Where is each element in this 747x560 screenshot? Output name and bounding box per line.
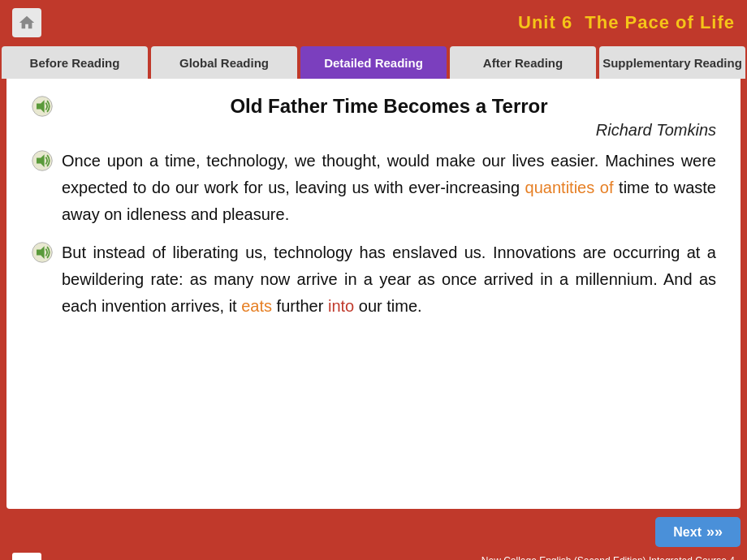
next-arrow-icon: »»: [706, 523, 723, 541]
paragraph-2-row: But instead of liberating us, technology…: [31, 239, 716, 320]
paragraph-1-row: Once upon a time, technology, we thought…: [31, 148, 716, 228]
article-author: Richard Tomkins: [31, 121, 716, 140]
footer-left: W 上海外语教育出版社: [12, 553, 143, 561]
article-title-row: Old Father Time Becomes a Terror: [31, 95, 716, 118]
para2-highlight-into: into: [328, 297, 354, 315]
top-bar: Unit 6 The Pace of Life: [0, 0, 747, 45]
tab-supplementary-reading[interactable]: Supplementary Reading: [599, 46, 745, 79]
unit-number: Unit 6: [518, 12, 572, 32]
footer-right: New College English (Second Edition) Int…: [481, 555, 735, 560]
title-speaker-icon[interactable]: [31, 95, 54, 118]
para1-speaker-icon[interactable]: [31, 149, 54, 172]
footer: W 上海外语教育出版社 New College English (Second …: [0, 549, 747, 560]
tab-before-reading[interactable]: Before Reading: [2, 46, 148, 79]
para2-speaker-icon[interactable]: [31, 241, 54, 264]
para2-highlight-eats: eats: [241, 297, 272, 315]
para2-text-middle: further: [272, 297, 328, 315]
bottom-row: Next »»: [6, 517, 741, 547]
tab-after-reading[interactable]: After Reading: [450, 46, 596, 79]
footer-logo: W: [12, 553, 41, 561]
article-title: Old Father Time Becomes a Terror: [62, 95, 716, 118]
para2-text-end: our time.: [354, 297, 421, 315]
para1-highlight: quantities of: [525, 179, 614, 196]
paragraph-2-text: But instead of liberating us, technology…: [62, 239, 716, 320]
home-icon[interactable]: [12, 8, 41, 37]
tab-detailed-reading[interactable]: Detailed Reading: [300, 46, 447, 79]
next-button-label: Next: [673, 525, 702, 540]
footer-right-top: New College English (Second Edition) Int…: [481, 555, 735, 560]
next-button[interactable]: Next »»: [655, 517, 741, 547]
tab-global-reading[interactable]: Global Reading: [151, 46, 297, 79]
paragraph-1-text: Once upon a time, technology, we thought…: [62, 148, 716, 228]
unit-title-text: The Pace of Life: [585, 12, 735, 32]
unit-title: Unit 6 The Pace of Life: [518, 12, 735, 33]
content-area: Old Father Time Becomes a Terror Richard…: [6, 79, 741, 509]
tab-bar: Before Reading Global Reading Detailed R…: [0, 45, 747, 79]
